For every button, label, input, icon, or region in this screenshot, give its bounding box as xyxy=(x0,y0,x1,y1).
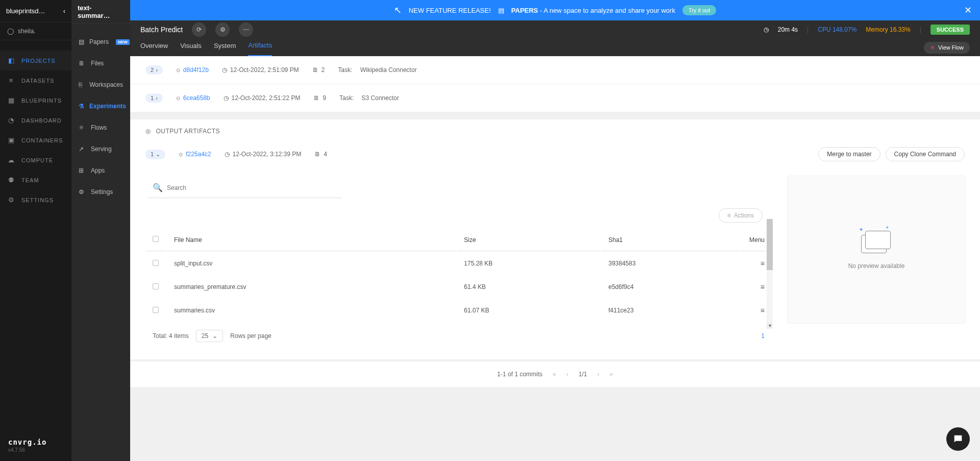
pager-last[interactable]: » xyxy=(609,371,613,378)
more-button[interactable]: ⋯ xyxy=(239,22,253,37)
nav-containers[interactable]: ▣CONTAINERS xyxy=(0,130,71,150)
chevron-left-icon[interactable]: ‹ xyxy=(63,7,65,15)
page-size-select[interactable]: 25⌄ xyxy=(196,330,223,342)
pnav-settings[interactable]: ⚙Settings xyxy=(71,181,130,203)
pnav-apps[interactable]: ⊞Apps xyxy=(71,160,130,181)
tab-system[interactable]: System xyxy=(214,39,236,56)
preview-text: No preview available xyxy=(848,262,905,270)
pager-next[interactable]: › xyxy=(597,371,599,378)
copy-clone-button[interactable]: Copy Clone Command xyxy=(886,147,965,161)
files-area: 🔍 ≡Actions File Name Size Sha1 xyxy=(130,171,980,359)
chat-button[interactable] xyxy=(946,427,970,451)
cpu-label: CPU xyxy=(818,26,830,33)
table-row[interactable]: summaries.csv 61.07 KB f411ce23 ≡ xyxy=(145,299,772,322)
output-commit-link[interactable]: f225a4c2 xyxy=(179,151,211,158)
commit-row-1: 2 › d8d4f12b ◷12-Oct-2022, 2:51:09 PM 🗎2… xyxy=(130,56,980,84)
row-menu-icon[interactable]: ≡ xyxy=(761,283,765,291)
pager-page: 1/1 xyxy=(579,371,587,378)
pnav-papers[interactable]: ▤PapersNEW xyxy=(71,31,130,53)
col-sha1[interactable]: Sha1 xyxy=(601,229,740,251)
search-icon: 🔍 xyxy=(153,183,163,192)
commit-chip[interactable]: 1 › xyxy=(145,93,163,103)
row-checkbox[interactable] xyxy=(153,283,159,289)
output-card: ◎ OUTPUT ARTIFACTS 1 ⌄ f225a4c2 ◷12-Oct-… xyxy=(130,119,980,359)
output-chip[interactable]: 1 ⌄ xyxy=(145,150,165,159)
files-panel: 🔍 ≡Actions File Name Size Sha1 xyxy=(144,176,773,349)
row-checkbox[interactable] xyxy=(153,260,159,266)
table-row[interactable]: split_input.csv 175.28 KB 39384583 ≡ xyxy=(145,252,772,275)
content: 2 › d8d4f12b ◷12-Oct-2022, 2:51:09 PM 🗎2… xyxy=(130,56,980,461)
banner-rest: - A new space to analyze and share your … xyxy=(540,7,675,14)
commit-link[interactable]: d8d4f12b xyxy=(176,66,209,74)
target-icon: ◎ xyxy=(145,128,151,135)
pnav-experiments[interactable]: ⚗Experiments xyxy=(71,95,130,117)
pager-first[interactable]: « xyxy=(553,371,556,378)
nav-dashboard[interactable]: ◔DASHBOARD xyxy=(0,110,71,130)
nav-compute[interactable]: ☁COMPUTE xyxy=(0,150,71,170)
close-icon[interactable]: ✕ xyxy=(964,5,972,16)
files-scrollbar[interactable]: ▾ xyxy=(767,219,773,329)
search-input[interactable] xyxy=(167,184,336,191)
nav-settings[interactable]: ⚙SETTINGS xyxy=(0,190,71,210)
tab-artifacts[interactable]: Artifacts xyxy=(248,39,272,56)
actions-button[interactable]: ≡Actions xyxy=(719,208,763,223)
feature-banner: ↖ NEW FEATURE RELEASE! ▤ PAPERS - A new … xyxy=(130,0,980,20)
total-count: Total: 4 items xyxy=(153,332,189,339)
commit-chip[interactable]: 2 › xyxy=(145,65,163,75)
pager-prev[interactable]: ‹ xyxy=(567,371,569,378)
banner-lead: NEW FEATURE RELEASE! xyxy=(409,7,491,14)
compute-icon: ☁ xyxy=(7,156,15,164)
pnav-workspaces[interactable]: ⎘Workspaces xyxy=(71,74,130,95)
file-icon: 🗎 xyxy=(314,151,321,158)
version: v4.7.56 xyxy=(8,447,63,453)
table-row[interactable]: summaries_premature.csv 61.4 KB e5d6f9c4… xyxy=(145,276,772,298)
papers-icon: ▤ xyxy=(79,38,84,45)
scroll-down-icon: ▾ xyxy=(767,323,773,329)
row-checkbox[interactable] xyxy=(153,307,159,313)
blueprints-icon: ▦ xyxy=(7,96,15,104)
pnav-flows[interactable]: ⚛Flows xyxy=(71,117,130,138)
row-menu-icon[interactable]: ≡ xyxy=(761,259,765,268)
tab-visuals[interactable]: Visuals xyxy=(180,39,202,56)
commit-link[interactable]: 6cea658b xyxy=(176,94,210,102)
org-header[interactable]: blueprintsd… ‹ xyxy=(0,0,71,22)
nav-blueprints[interactable]: ▦BLUEPRINTS xyxy=(0,90,71,110)
select-all-checkbox[interactable] xyxy=(153,236,159,242)
duration: 20m 4s xyxy=(778,26,798,33)
user-row[interactable]: ◯ sheila. xyxy=(0,22,71,40)
view-flow-button[interactable]: ⚛View Flow xyxy=(924,42,970,54)
refresh-button[interactable]: ⟳ xyxy=(192,22,206,37)
files-icon: 🗎 xyxy=(79,60,86,67)
config-button[interactable]: ⚙ xyxy=(215,22,230,37)
pnav-serving[interactable]: ↗Serving xyxy=(71,138,130,160)
project-name[interactable]: text-summar… xyxy=(71,0,130,24)
tabs: Overview Visuals System Artifacts ⚛View … xyxy=(130,39,980,56)
pnav-files[interactable]: 🗎Files xyxy=(71,53,130,74)
col-name[interactable]: File Name xyxy=(167,229,456,251)
try-it-button[interactable]: Try it out xyxy=(682,5,716,15)
nav-datasets[interactable]: ≡DATASETS xyxy=(0,70,71,90)
cursor-icon: ↖ xyxy=(394,5,402,16)
files-table: File Name Size Sha1 Menu split_input.csv… xyxy=(144,228,773,323)
section-header: ◎ OUTPUT ARTIFACTS xyxy=(130,119,980,143)
folder-icon: ✦ + xyxy=(861,230,892,254)
search-row: 🔍 xyxy=(148,181,341,198)
tab-overview[interactable]: Overview xyxy=(140,39,168,56)
merge-button[interactable]: Merge to master xyxy=(818,147,880,161)
clock-icon: ◷ xyxy=(224,94,229,102)
page-number[interactable]: 1 xyxy=(761,332,765,339)
status-badge: SUCCESS xyxy=(930,25,970,35)
col-size[interactable]: Size xyxy=(457,229,600,251)
project-sidebar: text-summar… ▤PapersNEW 🗎Files ⎘Workspac… xyxy=(71,0,130,461)
org-sidebar: blueprintsd… ‹ ◯ sheila. ◧PROJECTS ≡DATA… xyxy=(0,0,71,461)
project-nav: ▤PapersNEW 🗎Files ⎘Workspaces ⚗Experimen… xyxy=(71,24,130,203)
apps-icon: ⊞ xyxy=(79,167,86,174)
nav-team[interactable]: ⚉TEAM xyxy=(0,170,71,190)
commits-pager: 1-1 of 1 commits « ‹ 1/1 › » xyxy=(130,361,980,387)
chevron-down-icon: ⌄ xyxy=(212,332,217,339)
output-commit: 1 ⌄ f225a4c2 ◷12-Oct-2022, 3:12:39 PM 🗎4… xyxy=(130,143,980,171)
containers-icon: ▣ xyxy=(7,136,15,144)
row-menu-icon[interactable]: ≡ xyxy=(761,306,765,314)
nav-projects[interactable]: ◧PROJECTS xyxy=(0,51,71,70)
flow-icon: ⚛ xyxy=(930,44,935,51)
